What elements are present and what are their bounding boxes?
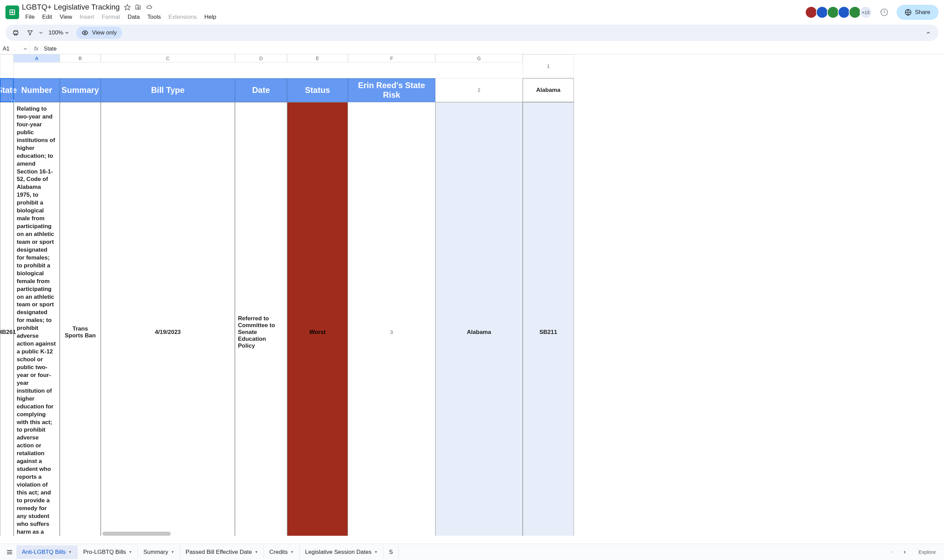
sheets-logo[interactable]: [5, 5, 19, 19]
col-header[interactable]: D: [235, 54, 287, 63]
header-cell[interactable]: Status: [287, 78, 348, 102]
col-header[interactable]: E: [287, 54, 348, 63]
cloud-icon[interactable]: [146, 4, 152, 11]
select-all-corner[interactable]: [0, 54, 14, 78]
print-icon[interactable]: [9, 27, 22, 39]
data-cell[interactable]: Worst: [287, 102, 348, 536]
star-icon[interactable]: [124, 4, 131, 11]
menu-extensions: Extensions: [165, 12, 200, 22]
svg-point-8: [85, 32, 86, 34]
svg-rect-4: [12, 12, 14, 14]
data-cell[interactable]: Relating to two-year and four-year publi…: [14, 102, 60, 536]
header-cell[interactable]: Bill Type: [101, 78, 235, 102]
row-header[interactable]: 2: [435, 78, 523, 102]
data-cell[interactable]: Referred to Committee to Senate Educatio…: [235, 102, 287, 536]
collapse-toolbar-icon[interactable]: [922, 27, 935, 39]
header-cell[interactable]: Erin Reed's State Risk: [348, 78, 435, 102]
menu-tools[interactable]: Tools: [144, 12, 165, 22]
avatar-more[interactable]: +13: [859, 6, 872, 18]
col-header[interactable]: C: [101, 54, 235, 63]
menubar: FileEditViewInsertFormatDataToolsExtensi…: [22, 12, 804, 22]
data-cell[interactable]: HB261: [0, 102, 14, 536]
col-header[interactable]: G: [435, 54, 523, 63]
menu-data[interactable]: Data: [124, 12, 143, 22]
filter-icon[interactable]: [24, 27, 36, 39]
formula-input[interactable]: State: [42, 45, 944, 53]
header-cell[interactable]: State: [0, 78, 14, 102]
history-icon[interactable]: [878, 5, 891, 19]
doc-title[interactable]: LGBTQ+ Legislative Tracking: [22, 3, 120, 12]
header-cell[interactable]: Date: [235, 78, 287, 102]
col-header[interactable]: B: [60, 54, 101, 63]
header-cell[interactable]: Number: [14, 78, 60, 102]
svg-rect-1: [10, 10, 12, 12]
menu-insert: Insert: [76, 12, 98, 22]
horizontal-scrollbar[interactable]: [102, 532, 171, 536]
header-cell[interactable]: Summary: [60, 78, 101, 102]
titlebar: LGBTQ+ Legislative Tracking FileEditView…: [0, 0, 944, 25]
data-cell[interactable]: Alabama: [523, 78, 574, 102]
data-cell[interactable]: 4/19/2023: [101, 102, 235, 536]
svg-rect-3: [10, 12, 12, 14]
col-header[interactable]: A: [14, 54, 60, 63]
row-header[interactable]: 3: [348, 102, 435, 536]
grid-container[interactable]: ABCDEFG1StateNumberSummaryBill TypeDateS…: [0, 54, 944, 536]
formula-bar: A1 fx State: [0, 44, 944, 54]
toolbar: 100% View only: [5, 25, 939, 41]
svg-rect-2: [12, 10, 14, 12]
fx-label: fx: [30, 46, 42, 52]
view-only-badge[interactable]: View only: [76, 27, 122, 39]
filter-dropdown-icon[interactable]: [38, 27, 44, 39]
avatar[interactable]: [838, 6, 850, 18]
avatar[interactable]: [849, 6, 861, 18]
menu-help[interactable]: Help: [201, 12, 220, 22]
avatar[interactable]: [805, 6, 817, 18]
collaborators: +13: [806, 6, 872, 18]
menu-format: Format: [98, 12, 124, 22]
data-cell[interactable]: SB211: [523, 102, 574, 536]
name-box[interactable]: A1: [0, 45, 30, 53]
menu-edit[interactable]: Edit: [38, 12, 55, 22]
menu-view[interactable]: View: [56, 12, 76, 22]
data-cell[interactable]: Alabama: [435, 102, 523, 536]
zoom-selector[interactable]: 100%: [46, 29, 71, 36]
avatar[interactable]: [827, 6, 839, 18]
data-cell[interactable]: Trans Sports Ban: [60, 102, 101, 536]
svg-marker-5: [124, 5, 130, 10]
avatar[interactable]: [816, 6, 828, 18]
share-button[interactable]: Share: [896, 5, 939, 20]
row-header[interactable]: 1: [523, 54, 574, 78]
share-label: Share: [915, 9, 930, 16]
move-icon[interactable]: [135, 4, 142, 11]
menu-file[interactable]: File: [22, 12, 38, 22]
col-header[interactable]: F: [348, 54, 435, 63]
